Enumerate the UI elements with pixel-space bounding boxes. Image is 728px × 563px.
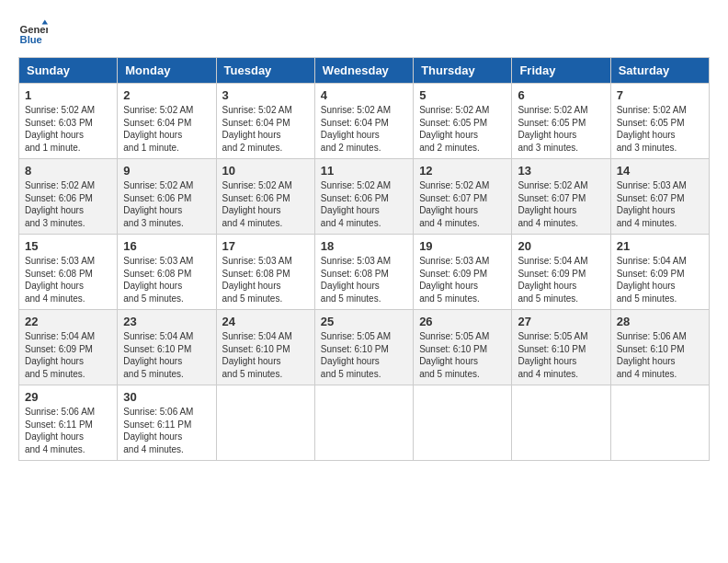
day-number: 28 — [617, 315, 703, 328]
day-info: Sunrise: 5:02 AMSunset: 6:04 PMDaylight … — [321, 104, 407, 154]
logo: General Blue — [18, 18, 51, 48]
day-number: 26 — [419, 315, 506, 328]
day-number: 16 — [123, 239, 210, 253]
svg-marker-2 — [42, 20, 48, 25]
day-number: 22 — [25, 315, 111, 328]
calendar-cell: 25Sunrise: 5:05 AMSunset: 6:10 PMDayligh… — [314, 310, 413, 385]
day-number: 8 — [25, 164, 111, 178]
day-info: Sunrise: 5:02 AMSunset: 6:05 PMDaylight … — [518, 104, 604, 154]
day-info: Sunrise: 5:02 AMSunset: 6:06 PMDaylight … — [222, 179, 309, 229]
day-number: 6 — [518, 88, 604, 102]
day-number: 11 — [321, 164, 407, 178]
day-info: Sunrise: 5:02 AMSunset: 6:06 PMDaylight … — [25, 179, 111, 229]
calendar-cell: 7Sunrise: 5:02 AMSunset: 6:05 PMDaylight… — [610, 84, 709, 159]
calendar-cell: 18Sunrise: 5:03 AMSunset: 6:08 PMDayligh… — [314, 235, 413, 310]
day-info: Sunrise: 5:06 AMSunset: 6:11 PMDaylight … — [123, 406, 210, 455]
day-number: 1 — [25, 88, 111, 102]
day-info: Sunrise: 5:03 AMSunset: 6:08 PMDaylight … — [222, 255, 309, 304]
day-number: 21 — [617, 239, 703, 253]
day-number: 9 — [123, 164, 210, 178]
calendar-cell: 9Sunrise: 5:02 AMSunset: 6:06 PMDaylight… — [118, 159, 216, 235]
day-number: 3 — [222, 88, 309, 102]
calendar-cell: 10Sunrise: 5:02 AMSunset: 6:06 PMDayligh… — [216, 159, 314, 235]
week-row-5: 29Sunrise: 5:06 AMSunset: 6:11 PMDayligh… — [19, 385, 710, 461]
day-number: 2 — [123, 88, 210, 102]
week-row-3: 15Sunrise: 5:03 AMSunset: 6:08 PMDayligh… — [19, 235, 710, 310]
calendar-cell: 29Sunrise: 5:06 AMSunset: 6:11 PMDayligh… — [19, 385, 118, 461]
day-info: Sunrise: 5:02 AMSunset: 6:06 PMDaylight … — [321, 179, 407, 229]
day-number: 17 — [222, 239, 309, 253]
calendar-cell — [610, 385, 709, 461]
calendar-cell: 11Sunrise: 5:02 AMSunset: 6:06 PMDayligh… — [314, 159, 413, 235]
day-number: 18 — [321, 239, 407, 253]
day-number: 7 — [617, 88, 703, 102]
day-info: Sunrise: 5:05 AMSunset: 6:10 PMDaylight … — [419, 330, 506, 380]
day-info: Sunrise: 5:04 AMSunset: 6:09 PMDaylight … — [518, 255, 604, 304]
day-number: 24 — [222, 315, 309, 328]
col-header-saturday: Saturday — [610, 58, 709, 84]
calendar-cell — [414, 385, 512, 461]
day-number: 13 — [518, 164, 604, 178]
calendar-cell: 13Sunrise: 5:02 AMSunset: 6:07 PMDayligh… — [512, 159, 610, 235]
day-info: Sunrise: 5:03 AMSunset: 6:09 PMDaylight … — [419, 255, 506, 304]
day-info: Sunrise: 5:06 AMSunset: 6:10 PMDaylight … — [617, 330, 703, 380]
week-row-4: 22Sunrise: 5:04 AMSunset: 6:09 PMDayligh… — [19, 310, 710, 385]
col-header-friday: Friday — [512, 58, 610, 84]
day-number: 14 — [617, 164, 703, 178]
calendar-body: 1Sunrise: 5:02 AMSunset: 6:03 PMDaylight… — [19, 84, 710, 461]
day-info: Sunrise: 5:02 AMSunset: 6:07 PMDaylight … — [419, 179, 506, 229]
calendar-cell: 28Sunrise: 5:06 AMSunset: 6:10 PMDayligh… — [610, 310, 709, 385]
calendar-cell: 14Sunrise: 5:03 AMSunset: 6:07 PMDayligh… — [610, 159, 709, 235]
calendar-cell: 5Sunrise: 5:02 AMSunset: 6:05 PMDaylight… — [414, 84, 512, 159]
calendar-cell: 15Sunrise: 5:03 AMSunset: 6:08 PMDayligh… — [19, 235, 118, 310]
day-info: Sunrise: 5:05 AMSunset: 6:10 PMDaylight … — [518, 330, 604, 380]
col-header-tuesday: Tuesday — [216, 58, 314, 84]
col-header-monday: Monday — [118, 58, 216, 84]
calendar-cell — [512, 385, 610, 461]
day-info: Sunrise: 5:04 AMSunset: 6:10 PMDaylight … — [222, 330, 309, 380]
logo-icon: General Blue — [18, 18, 48, 48]
day-info: Sunrise: 5:02 AMSunset: 6:05 PMDaylight … — [419, 104, 506, 154]
day-info: Sunrise: 5:03 AMSunset: 6:08 PMDaylight … — [321, 255, 407, 304]
day-info: Sunrise: 5:05 AMSunset: 6:10 PMDaylight … — [321, 330, 407, 380]
day-number: 25 — [321, 315, 407, 328]
day-info: Sunrise: 5:03 AMSunset: 6:08 PMDaylight … — [25, 255, 111, 304]
calendar-cell: 22Sunrise: 5:04 AMSunset: 6:09 PMDayligh… — [19, 310, 118, 385]
calendar-cell: 24Sunrise: 5:04 AMSunset: 6:10 PMDayligh… — [216, 310, 314, 385]
day-info: Sunrise: 5:02 AMSunset: 6:07 PMDaylight … — [518, 179, 604, 229]
day-info: Sunrise: 5:02 AMSunset: 6:04 PMDaylight … — [222, 104, 309, 154]
calendar-cell: 8Sunrise: 5:02 AMSunset: 6:06 PMDaylight… — [19, 159, 118, 235]
day-number: 5 — [419, 88, 506, 102]
day-info: Sunrise: 5:03 AMSunset: 6:07 PMDaylight … — [617, 179, 703, 229]
day-info: Sunrise: 5:02 AMSunset: 6:05 PMDaylight … — [617, 104, 703, 154]
col-header-wednesday: Wednesday — [314, 58, 413, 84]
day-number: 12 — [419, 164, 506, 178]
calendar-cell: 12Sunrise: 5:02 AMSunset: 6:07 PMDayligh… — [414, 159, 512, 235]
day-info: Sunrise: 5:06 AMSunset: 6:11 PMDaylight … — [25, 406, 111, 455]
calendar-cell: 16Sunrise: 5:03 AMSunset: 6:08 PMDayligh… — [118, 235, 216, 310]
col-header-sunday: Sunday — [19, 58, 118, 84]
svg-text:Blue: Blue — [20, 34, 42, 45]
day-info: Sunrise: 5:04 AMSunset: 6:10 PMDaylight … — [123, 330, 210, 380]
day-info: Sunrise: 5:04 AMSunset: 6:09 PMDaylight … — [617, 255, 703, 304]
week-row-2: 8Sunrise: 5:02 AMSunset: 6:06 PMDaylight… — [19, 159, 710, 235]
calendar-cell: 2Sunrise: 5:02 AMSunset: 6:04 PMDaylight… — [118, 84, 216, 159]
calendar-cell: 23Sunrise: 5:04 AMSunset: 6:10 PMDayligh… — [118, 310, 216, 385]
calendar-cell: 1Sunrise: 5:02 AMSunset: 6:03 PMDaylight… — [19, 84, 118, 159]
day-number: 23 — [123, 315, 210, 328]
calendar-cell: 17Sunrise: 5:03 AMSunset: 6:08 PMDayligh… — [216, 235, 314, 310]
calendar-cell: 19Sunrise: 5:03 AMSunset: 6:09 PMDayligh… — [414, 235, 512, 310]
calendar-header: SundayMondayTuesdayWednesdayThursdayFrid… — [19, 58, 710, 84]
col-header-thursday: Thursday — [414, 58, 512, 84]
svg-text:General: General — [20, 24, 48, 35]
week-row-1: 1Sunrise: 5:02 AMSunset: 6:03 PMDaylight… — [19, 84, 710, 159]
day-info: Sunrise: 5:04 AMSunset: 6:09 PMDaylight … — [25, 330, 111, 380]
day-number: 15 — [25, 239, 111, 253]
day-number: 30 — [123, 390, 210, 404]
page-header: General Blue — [18, 18, 710, 48]
day-number: 27 — [518, 315, 604, 328]
calendar-cell: 20Sunrise: 5:04 AMSunset: 6:09 PMDayligh… — [512, 235, 610, 310]
day-number: 19 — [419, 239, 506, 253]
calendar-cell: 6Sunrise: 5:02 AMSunset: 6:05 PMDaylight… — [512, 84, 610, 159]
day-info: Sunrise: 5:02 AMSunset: 6:03 PMDaylight … — [25, 104, 111, 154]
